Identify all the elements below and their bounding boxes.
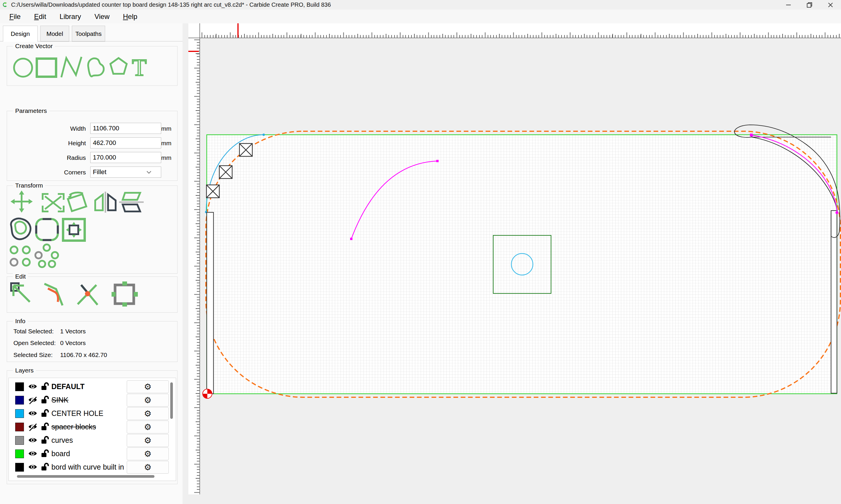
node-edit-tool-icon[interactable] [11, 283, 30, 302]
curve-tool-icon[interactable] [88, 58, 104, 76]
radius-input[interactable] [90, 152, 161, 163]
tab-toolpaths[interactable]: Toolpaths [72, 26, 105, 42]
polyline-tool-icon[interactable] [61, 57, 82, 77]
curve-endpoint-dot [350, 238, 353, 240]
menu-edit[interactable]: Edit [30, 10, 50, 23]
restore-button[interactable] [800, 0, 819, 10]
grid-overlay [207, 135, 837, 394]
layer-name[interactable]: bord with curve built in [51, 460, 124, 474]
x-block[interactable] [239, 144, 252, 156]
eye-icon[interactable] [28, 449, 37, 458]
layer-color-swatch[interactable] [15, 449, 24, 458]
height-input[interactable] [90, 137, 161, 148]
layer-settings-button[interactable]: ⚙ [127, 407, 169, 420]
layer-row-board[interactable]: board⚙ [9, 447, 176, 460]
eye-icon[interactable] [28, 409, 37, 418]
eye-icon[interactable] [28, 382, 37, 391]
layer-color-swatch[interactable] [15, 396, 24, 404]
layers-vertical-scrollbar[interactable] [170, 382, 173, 419]
layer-name[interactable]: spacer blocks [51, 420, 96, 433]
layer-row-bord-with-curve-built-in[interactable]: bord with curve built in⚙ [9, 460, 176, 474]
tab-model[interactable]: Model [40, 26, 69, 42]
minimize-button[interactable] [779, 0, 798, 10]
layer-settings-button[interactable]: ⚙ [127, 380, 169, 393]
circle-tool-icon[interactable] [14, 59, 32, 77]
layer-color-swatch[interactable] [15, 436, 24, 445]
resize-tool-icon[interactable] [111, 282, 138, 307]
menu-help[interactable]: Help [119, 10, 141, 23]
layer-settings-button[interactable]: ⚙ [127, 394, 169, 407]
layer-settings-button[interactable]: ⚙ [127, 461, 169, 474]
unlock-icon[interactable] [40, 463, 49, 471]
menu-file[interactable]: File [5, 10, 25, 23]
eye-icon[interactable] [28, 436, 37, 445]
layer-name[interactable]: board [51, 447, 70, 460]
unlock-icon[interactable] [40, 422, 49, 431]
close-button[interactable] [821, 0, 840, 10]
transform-label: Transform [13, 182, 45, 189]
menu-view[interactable]: View [90, 10, 114, 23]
layer-settings-button[interactable]: ⚙ [127, 420, 169, 433]
unlock-icon[interactable] [40, 382, 49, 391]
round-corners-tool-icon[interactable] [36, 219, 58, 240]
offset-tool-icon[interactable] [11, 218, 31, 239]
layer-name[interactable]: DEFAULT [51, 380, 84, 393]
create-vector-group: Create Vector T [7, 46, 177, 86]
design-drawing[interactable] [183, 23, 841, 504]
right-slot-vector[interactable] [831, 211, 837, 393]
text-tool-icon[interactable]: T [132, 54, 147, 81]
x-block[interactable] [206, 185, 219, 198]
left-slot-vector[interactable] [207, 212, 213, 394]
align-center-tool-icon[interactable] [63, 219, 85, 241]
rectangle-tool-icon[interactable] [37, 59, 56, 77]
width-input[interactable] [90, 123, 161, 134]
trim-tool-icon[interactable] [45, 284, 63, 305]
polygon-tool-icon[interactable] [110, 58, 127, 74]
layer-color-swatch[interactable] [15, 382, 24, 391]
layer-name[interactable]: SINK [51, 393, 68, 407]
scale-tool-icon[interactable] [42, 194, 64, 212]
layer-row-default[interactable]: DEFAULT⚙ [9, 380, 176, 393]
eye-slash-icon[interactable] [28, 422, 37, 431]
parameters-group: Parameters Width mm Height mm Radius mm … [7, 111, 177, 181]
layer-settings-button[interactable]: ⚙ [127, 447, 169, 460]
total-selected-value: 1 Vectors [60, 328, 86, 335]
unlock-icon[interactable] [40, 436, 49, 445]
arc-endpoint-dot [836, 211, 838, 214]
circular-array-tool-icon[interactable] [35, 245, 58, 267]
unlock-icon[interactable] [40, 409, 49, 418]
layer-row-spacer-blocks[interactable]: spacer blocks⚙ [9, 420, 176, 433]
close-icon [827, 2, 834, 8]
mirror-vertical-tool-icon[interactable] [119, 193, 144, 212]
layer-color-swatch[interactable] [15, 422, 24, 431]
grid-array-tool-icon[interactable] [11, 247, 30, 266]
layer-row-curves[interactable]: curves⚙ [9, 433, 176, 447]
tab-design[interactable]: Design [3, 26, 38, 42]
menu-library[interactable]: Library [55, 10, 85, 23]
menu-bar: FileEditLibraryViewHelp [0, 10, 841, 23]
x-block[interactable] [219, 166, 232, 179]
unlock-icon[interactable] [40, 449, 49, 458]
break-intersection-tool-icon[interactable] [78, 285, 98, 305]
eye-slash-icon[interactable] [28, 396, 37, 404]
layer-name[interactable]: curves [51, 433, 73, 447]
unlock-icon[interactable] [40, 396, 49, 404]
layer-color-swatch[interactable] [15, 409, 24, 418]
layer-name[interactable]: CENTER HOLE [51, 407, 103, 420]
layers-horizontal-scrollbar[interactable] [17, 475, 154, 478]
info-label: Info [13, 318, 28, 325]
move-tool-icon[interactable] [11, 191, 33, 213]
mirror-horizontal-tool-icon[interactable] [95, 192, 116, 213]
rotate-tool-icon[interactable] [68, 193, 86, 211]
layer-settings-button[interactable]: ⚙ [127, 434, 169, 447]
corners-label: Corners [7, 166, 86, 178]
layers-list: DEFAULT⚙SINK⚙CENTER HOLE⚙spacer blocks⚙c… [8, 378, 176, 481]
width-label: Width [7, 123, 86, 134]
layer-row-center-hole[interactable]: CENTER HOLE⚙ [9, 407, 176, 420]
design-canvas[interactable] [183, 23, 841, 504]
minimize-icon [785, 2, 792, 8]
layer-color-swatch[interactable] [15, 463, 24, 472]
layer-row-sink[interactable]: SINK⚙ [9, 393, 176, 407]
window-title: C:/Users/willa/Downloads/updated counter… [11, 0, 331, 10]
eye-icon[interactable] [28, 463, 37, 471]
